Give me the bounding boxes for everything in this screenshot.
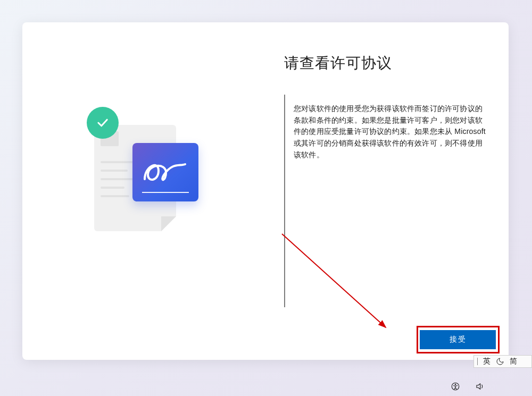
- accept-button[interactable]: 接受: [420, 330, 496, 349]
- checkmark-badge-icon: [87, 107, 119, 139]
- moon-icon[interactable]: [496, 357, 504, 366]
- ime-mode[interactable]: 简: [510, 357, 517, 366]
- signature-card-icon: [132, 143, 198, 201]
- license-text-box[interactable]: 您对该软件的使用受您为获得该软件而签订的许可协议的条款和条件的约束。如果您是批量…: [284, 95, 496, 307]
- content-panel: 请查看许可协议 您对该软件的使用受您为获得该软件而签订的许可协议的条款和条件的约…: [276, 22, 509, 360]
- license-text: 您对该软件的使用受您为获得该软件而签订的许可协议的条款和条件的约束。如果您是批量…: [294, 103, 486, 161]
- volume-icon[interactable]: [475, 382, 485, 391]
- license-illustration: [88, 109, 210, 231]
- page-title: 请查看许可协议: [284, 53, 496, 73]
- svg-point-2: [455, 384, 456, 385]
- license-dialog: 请查看许可协议 您对该软件的使用受您为获得该软件而签订的许可协议的条款和条件的约…: [22, 22, 509, 360]
- ime-lang[interactable]: 英: [483, 357, 491, 366]
- accessibility-icon[interactable]: [451, 382, 460, 391]
- illustration-panel: [22, 22, 276, 360]
- taskbar-status-icons: [451, 382, 485, 391]
- signature-icon: [142, 159, 189, 186]
- ime-bar[interactable]: 英 简: [473, 355, 532, 368]
